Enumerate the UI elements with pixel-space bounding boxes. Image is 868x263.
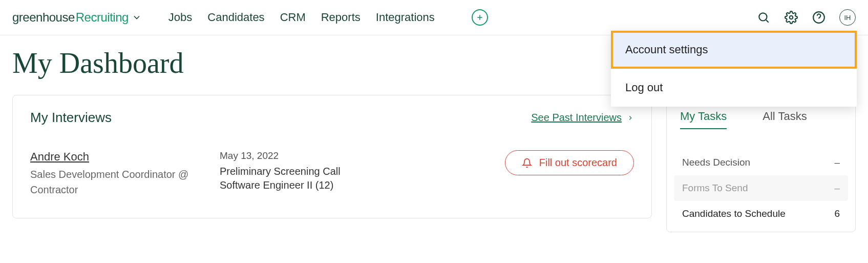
task-needs-decision[interactable]: Needs Decision – [680, 150, 842, 175]
interviews-card: My Interviews See Past Interviews Andre … [12, 95, 652, 218]
help-icon[interactable] [812, 10, 826, 25]
scorecard-label: Fill out scorecard [539, 157, 617, 169]
candidate-name-link[interactable]: Andre Koch [30, 150, 89, 164]
see-past-interviews-link[interactable]: See Past Interviews [531, 112, 634, 124]
menu-log-out[interactable]: Log out [611, 69, 857, 107]
chevron-down-icon[interactable] [132, 12, 142, 23]
interview-stage: Preliminary Screening Call [220, 166, 495, 177]
task-label: Needs Decision [682, 157, 750, 168]
interview-row: Andre Koch Sales Development Coordinator… [30, 150, 634, 197]
interview-job: Software Engineer II (12) [220, 179, 495, 191]
chevron-right-icon [627, 114, 634, 122]
brand-recruiting: Recruiting [76, 10, 129, 25]
nav-candidates[interactable]: Candidates [207, 11, 264, 24]
nav-integrations[interactable]: Integrations [376, 11, 435, 24]
see-past-label: See Past Interviews [531, 112, 622, 124]
task-value: 6 [834, 208, 840, 219]
candidate-role: Sales Development Coordinator @ Contract… [30, 167, 209, 197]
task-label: Candidates to Schedule [682, 208, 786, 219]
svg-point-4 [790, 16, 793, 19]
menu-account-settings[interactable]: Account settings [611, 31, 857, 69]
task-forms-to-send[interactable]: Forms To Send – [674, 175, 848, 201]
task-value: – [834, 183, 840, 194]
avatar-initials: IH [844, 14, 851, 22]
svg-point-2 [759, 13, 767, 21]
tab-my-tasks[interactable]: My Tasks [680, 110, 727, 129]
user-menu: Account settings Log out [611, 31, 857, 107]
interview-date: May 13, 2022 [220, 150, 495, 161]
gear-icon[interactable] [784, 10, 798, 25]
interviews-title: My Interviews [30, 110, 112, 126]
bell-icon [522, 158, 532, 168]
tab-all-tasks[interactable]: All Tasks [763, 110, 807, 129]
nav-jobs[interactable]: Jobs [168, 11, 192, 24]
brand-logo[interactable]: greenhouse Recruiting [12, 10, 129, 25]
fill-scorecard-button[interactable]: Fill out scorecard [505, 150, 634, 175]
task-candidates-to-schedule[interactable]: Candidates to Schedule 6 [680, 201, 842, 227]
svg-line-3 [766, 20, 769, 23]
task-label: Forms To Send [682, 183, 748, 194]
tasks-card: My Tasks All Tasks Needs Decision – Form… [666, 95, 856, 232]
avatar[interactable]: IH [839, 9, 856, 26]
nav-crm[interactable]: CRM [280, 11, 306, 24]
task-value: – [834, 157, 840, 168]
brand-greenhouse: greenhouse [12, 10, 75, 25]
search-icon[interactable] [756, 10, 771, 25]
add-button[interactable] [472, 9, 488, 26]
nav-reports[interactable]: Reports [321, 11, 361, 24]
